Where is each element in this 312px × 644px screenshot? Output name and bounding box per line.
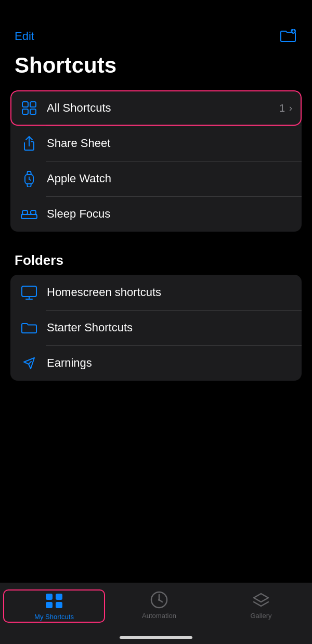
svg-line-10 <box>29 179 31 180</box>
share-sheet-item[interactable]: Share Sheet <box>10 126 302 161</box>
svg-rect-11 <box>21 214 37 219</box>
shortcuts-card: All Shortcuts 1 › Share Sheet Apple <box>10 90 302 232</box>
apple-watch-label: Apple Watch <box>47 172 292 185</box>
earnings-label: Earnings <box>47 356 292 370</box>
new-folder-icon[interactable] <box>279 27 297 46</box>
svg-point-26 <box>158 599 160 601</box>
starter-shortcuts-label: Starter Shortcuts <box>47 321 292 334</box>
apple-watch-item[interactable]: Apple Watch <box>10 161 302 196</box>
tab-gallery[interactable]: Gallery <box>210 588 312 622</box>
tab-automation[interactable]: Automation <box>108 588 210 622</box>
homescreen-shortcuts-label: Homescreen shortcuts <box>47 286 292 299</box>
sleep-focus-item[interactable]: Sleep Focus <box>10 196 302 232</box>
folder-icon <box>20 318 38 337</box>
svg-rect-19 <box>46 594 53 600</box>
header: Edit <box>0 0 312 50</box>
grid-tab-icon <box>44 592 64 610</box>
svg-line-18 <box>29 361 31 364</box>
svg-rect-12 <box>22 210 28 214</box>
folders-section-header: Folders <box>0 248 312 275</box>
svg-rect-6 <box>30 109 36 114</box>
edit-button[interactable]: Edit <box>15 30 34 43</box>
send-icon <box>20 354 38 372</box>
my-shortcuts-tab-label: My Shortcuts <box>34 613 74 621</box>
clock-tab-icon <box>149 591 170 609</box>
watch-icon <box>20 169 38 188</box>
grid-icon <box>20 99 38 117</box>
svg-rect-13 <box>31 210 36 214</box>
tab-my-shortcuts[interactable]: My Shortcuts <box>3 589 105 623</box>
svg-rect-21 <box>46 602 53 608</box>
svg-rect-20 <box>56 594 62 600</box>
all-shortcuts-label: All Shortcuts <box>47 101 279 115</box>
share-sheet-label: Share Sheet <box>47 137 292 150</box>
sleep-focus-label: Sleep Focus <box>47 207 292 221</box>
homescreen-shortcuts-item[interactable]: Homescreen shortcuts <box>10 275 302 310</box>
svg-rect-4 <box>30 102 36 107</box>
monitor-icon <box>20 283 38 302</box>
automation-tab-label: Automation <box>142 612 176 620</box>
svg-rect-3 <box>22 102 28 107</box>
share-icon <box>20 134 38 153</box>
earnings-item[interactable]: Earnings <box>10 345 302 381</box>
svg-rect-15 <box>22 286 36 297</box>
starter-shortcuts-item[interactable]: Starter Shortcuts <box>10 310 302 345</box>
tab-bar: My Shortcuts Automation Gallery <box>0 583 312 644</box>
all-shortcuts-badge: 1 <box>279 102 285 114</box>
svg-rect-22 <box>56 602 62 608</box>
svg-rect-5 <box>22 109 28 114</box>
home-indicator <box>120 636 192 639</box>
sleep-icon <box>20 205 38 223</box>
layers-tab-icon <box>251 591 271 609</box>
page-title: Shortcuts <box>0 50 312 90</box>
gallery-tab-label: Gallery <box>250 612 271 620</box>
all-shortcuts-chevron: › <box>289 103 292 114</box>
all-shortcuts-item[interactable]: All Shortcuts 1 › <box>10 90 302 126</box>
folders-card: Homescreen shortcuts Starter Shortcuts E… <box>10 275 302 381</box>
